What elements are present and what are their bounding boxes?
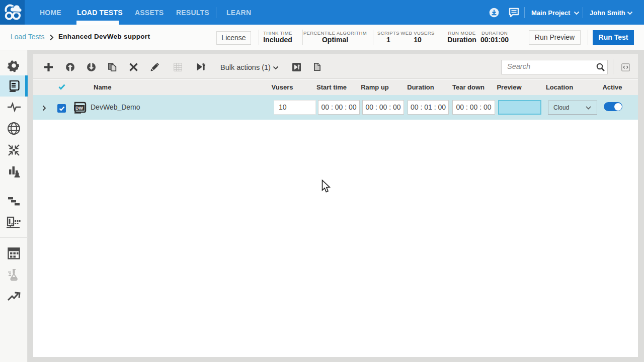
svg-text:DW: DW — [75, 106, 83, 111]
